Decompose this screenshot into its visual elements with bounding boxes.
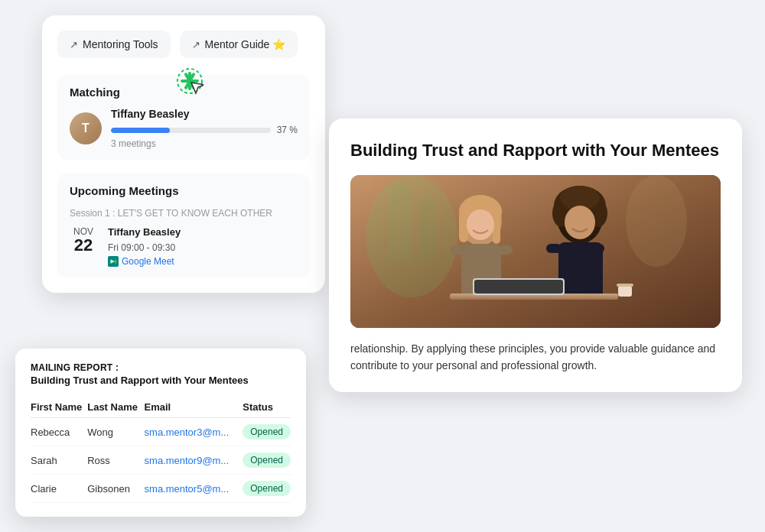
- cell-first: Rebecca: [31, 418, 87, 446]
- matching-title: Matching: [70, 86, 298, 99]
- svg-rect-20: [497, 245, 513, 255]
- email-link[interactable]: sma.mentor9@m...: [145, 455, 230, 466]
- article-panel: Building Trust and Rapport with Your Men…: [329, 118, 742, 392]
- col-header-first: First Name: [31, 397, 87, 418]
- cell-status: Opened: [243, 446, 291, 475]
- col-header-email: Email: [145, 397, 243, 418]
- svg-rect-29: [588, 244, 604, 253]
- tab-mentor-guide[interactable]: ↗ Mentor Guide ⭐: [180, 31, 298, 58]
- table-row: Clarie Gibsonen sma.mentor5@m... Opened: [31, 475, 291, 503]
- svg-rect-19: [450, 245, 465, 255]
- meeting-row: Nov 22 Tiffany Beasley Fri 09:00 - 09:30…: [70, 226, 298, 267]
- tab-mentoring-tools-label: Mentoring Tools: [83, 38, 158, 50]
- svg-point-11: [626, 175, 687, 267]
- report-table: First Name Last Name Email Status Rebecc…: [31, 397, 291, 503]
- meeting-mentor-name: Tiffany Beasley: [108, 226, 181, 238]
- mentor-name: Tiffany Beasley: [111, 108, 298, 120]
- cell-status: Opened: [243, 418, 291, 446]
- progress-bar: [111, 128, 271, 133]
- report-subtitle: Building Trust and Rapport with Your Men…: [31, 375, 291, 386]
- cell-last: Wong: [87, 418, 144, 446]
- svg-rect-28: [546, 244, 562, 253]
- svg-rect-33: [474, 280, 563, 294]
- tab-mentor-guide-label: Mentor Guide ⭐: [205, 38, 286, 50]
- report-header: MAILING REPORT : Building Trust and Rapp…: [31, 362, 291, 386]
- cell-email: sma.mentor3@m...: [145, 418, 243, 446]
- col-header-last: Last Name: [87, 397, 144, 418]
- progress-bar-container: 37 %: [111, 125, 298, 135]
- svg-rect-16: [459, 212, 468, 242]
- cell-email: sma.mentor9@m...: [145, 446, 243, 475]
- matching-section: Matching T Tiffany Beasley 37 % 3 meetin…: [57, 75, 310, 160]
- session-label: Session 1 : LET'S GET TO KNOW EACH OTHER: [70, 208, 298, 219]
- svg-rect-13: [419, 198, 435, 259]
- status-badge: Opened: [243, 481, 291, 496]
- status-badge: Opened: [243, 453, 291, 468]
- svg-rect-2: [115, 259, 117, 263]
- external-link-icon: ↗: [70, 39, 78, 50]
- progress-fill: [111, 128, 170, 133]
- avatar: T: [70, 112, 102, 144]
- report-panel: MAILING REPORT : Building Trust and Rapp…: [15, 349, 306, 517]
- article-image-bg: [350, 175, 721, 328]
- external-link-icon-2: ↗: [192, 39, 200, 50]
- table-row: Sarah Ross sma.mentor9@m... Opened: [31, 446, 291, 475]
- google-meet-label: Google Meet: [122, 256, 174, 267]
- table-row: Rebecca Wong sma.mentor3@m... Opened: [31, 418, 291, 446]
- mentor-info: Tiffany Beasley 37 % 3 meetings: [111, 108, 298, 149]
- article-scene-svg: [350, 175, 721, 328]
- google-meet-icon: [108, 256, 119, 267]
- meeting-time: Fri 09:00 - 09:30: [108, 242, 181, 253]
- avatar-image: T: [70, 112, 102, 144]
- svg-rect-12: [389, 183, 412, 259]
- cell-first: Sarah: [31, 446, 87, 475]
- article-title: Building Trust and Rapport with Your Men…: [350, 140, 721, 161]
- cell-last: Gibsonen: [87, 475, 144, 503]
- app-panel: ↗ Mentoring Tools ↗ Mentor Guide ⭐ Match…: [42, 15, 325, 293]
- svg-rect-34: [618, 286, 632, 297]
- svg-rect-17: [493, 217, 500, 244]
- date-day: 22: [70, 237, 97, 254]
- progress-label: 37 %: [277, 125, 298, 135]
- status-badge: Opened: [243, 424, 291, 440]
- mentor-row: T Tiffany Beasley 37 % 3 meetings: [70, 108, 298, 149]
- article-image: [350, 175, 721, 328]
- cell-last: Ross: [87, 446, 144, 475]
- svg-point-21: [467, 209, 494, 240]
- report-title-label: MAILING REPORT :: [31, 362, 291, 373]
- article-text: relationship. By applying these principl…: [350, 340, 721, 375]
- meetings-section: Upcoming Meetings Session 1 : LET'S GET …: [57, 174, 310, 277]
- email-link[interactable]: sma.mentor3@m...: [145, 427, 230, 438]
- meeting-details: Tiffany Beasley Fri 09:00 - 09:30 Google…: [108, 226, 181, 267]
- tab-bar: ↗ Mentoring Tools ↗ Mentor Guide ⭐: [57, 31, 310, 58]
- svg-point-30: [565, 206, 595, 239]
- cell-email: sma.mentor5@m...: [145, 475, 243, 503]
- date-block: Nov 22: [70, 226, 97, 254]
- meetings-title: Upcoming Meetings: [70, 184, 298, 197]
- meetings-count: 3 meetings: [111, 138, 298, 149]
- cell-first: Clarie: [31, 475, 87, 503]
- tab-mentoring-tools[interactable]: ↗ Mentoring Tools: [57, 31, 171, 58]
- svg-rect-35: [617, 284, 633, 287]
- cell-status: Opened: [243, 475, 291, 503]
- google-meet-link[interactable]: Google Meet: [108, 256, 181, 267]
- col-header-status: Status: [243, 397, 291, 418]
- email-link[interactable]: sma.mentor5@m...: [145, 483, 230, 495]
